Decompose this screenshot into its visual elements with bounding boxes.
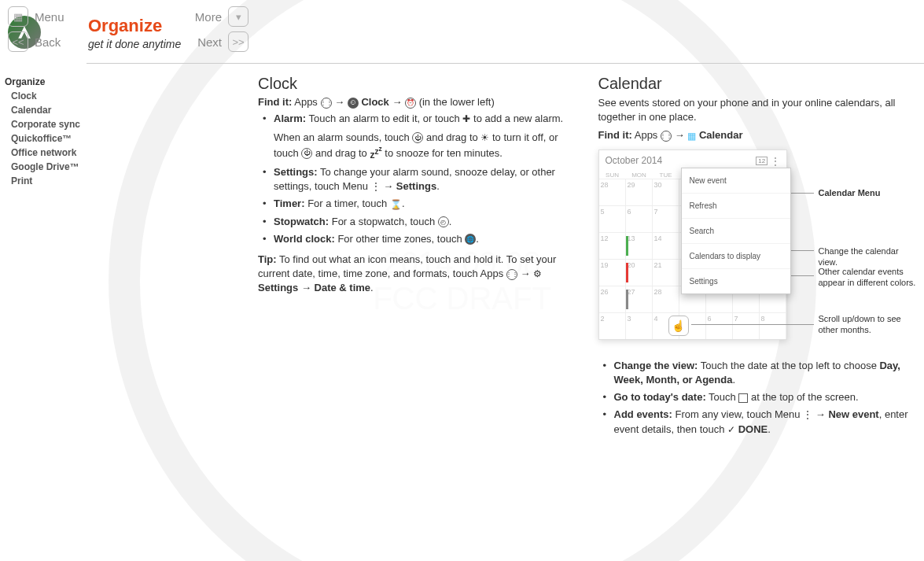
calendar-cell[interactable]: 27 bbox=[626, 286, 653, 312]
calendar-cell[interactable]: 28 bbox=[599, 179, 626, 205]
alarm-snooze-icon: ⏻ bbox=[301, 148, 312, 159]
check-icon: ✓ bbox=[727, 423, 735, 437]
today-icon-2 bbox=[738, 393, 748, 403]
menu-refresh[interactable]: Refresh bbox=[682, 194, 790, 219]
calendar-cell[interactable]: 2 bbox=[599, 312, 626, 339]
clock-bullet-timer: Timer: For a timer, touch ⌛. bbox=[266, 197, 570, 211]
touch-gesture-icon: ☝ bbox=[668, 316, 689, 336]
calendar-app-icon: ▦ bbox=[687, 131, 696, 142]
calendar-cell[interactable]: 21 bbox=[653, 259, 679, 286]
clock-app-icon: ⏲ bbox=[348, 98, 359, 109]
calendar-bullet-today: Go to today's date: Touch at the top of … bbox=[606, 390, 911, 404]
next-button[interactable]: Next >> bbox=[197, 31, 248, 52]
menu-dots-icon-2: ⋮ bbox=[803, 408, 812, 422]
calendar-heading: Calendar bbox=[598, 75, 911, 93]
calendar-cell[interactable]: 26 bbox=[599, 286, 626, 312]
calendar-cell[interactable]: 12 bbox=[599, 232, 626, 259]
header-divider bbox=[87, 63, 924, 64]
calendar-cell[interactable]: 8 bbox=[760, 312, 786, 339]
menu-button[interactable]: ▦ Menu bbox=[8, 6, 64, 27]
calendar-bullet-add-events: Add events: From any view, touch Menu ⋮ … bbox=[606, 408, 911, 436]
apps-icon-2: ⋮⋮ bbox=[506, 269, 517, 280]
sidebar-item-office-network[interactable]: Office network bbox=[5, 146, 87, 160]
menu-grid-icon: ▦ bbox=[8, 6, 28, 27]
clock-bullet-alarm: Alarm: Touch an alarm to edit it, or tou… bbox=[266, 112, 570, 163]
calendar-cell[interactable]: 3 bbox=[626, 312, 653, 339]
clock-tip: Tip: To find out what an icon means, tou… bbox=[258, 253, 570, 296]
callout-menu: Calendar Menu bbox=[819, 188, 881, 197]
menu-new-event[interactable]: New event bbox=[682, 168, 790, 194]
callout-scroll: Scroll up/down to see other months. bbox=[819, 313, 913, 336]
apps-icon-3: ⋮⋮ bbox=[661, 131, 672, 142]
clock-find-it: Find it: Apps ⋮⋮ → ⏲ Clock → ⏰ (in the l… bbox=[258, 96, 570, 109]
calendar-cell[interactable]: 29 bbox=[626, 179, 653, 205]
sidebar-item-clock[interactable]: Clock bbox=[5, 89, 87, 103]
more-button[interactable]: More ▾ bbox=[195, 6, 248, 27]
calendar-cell[interactable]: 7 bbox=[733, 312, 760, 339]
calendar-cell[interactable]: 6 bbox=[626, 205, 653, 232]
next-icon: >> bbox=[228, 31, 248, 52]
calendar-cell[interactable]: 6 bbox=[706, 312, 733, 339]
calendar-month-label[interactable]: October 2014 bbox=[606, 155, 663, 166]
menu-calendars-to-display[interactable]: Calendars to display bbox=[682, 244, 790, 269]
calendar-cell[interactable]: 7 bbox=[653, 205, 679, 232]
calendar-cell[interactable]: 20 bbox=[626, 259, 653, 286]
back-icon: << bbox=[8, 31, 28, 52]
clock-heading: Clock bbox=[258, 75, 570, 93]
settings-gear-icon: ⚙ bbox=[533, 268, 542, 281]
menu-dots-icon: ⋮ bbox=[371, 180, 381, 194]
calendar-cell[interactable]: 14 bbox=[653, 232, 679, 259]
stopwatch-icon: ◴ bbox=[438, 216, 449, 227]
alarm-icon: ⏰ bbox=[405, 98, 416, 109]
clock-bullet-stopwatch: Stopwatch: For a stopwatch, touch ◴. bbox=[266, 215, 570, 229]
clock-bullet-worldclock: World clock: For other time zones, touch… bbox=[266, 232, 570, 246]
overflow-menu-icon[interactable]: ⋮ bbox=[771, 156, 780, 167]
calendar-cell[interactable]: 30 bbox=[653, 179, 679, 205]
clock-bullet-settings: Settings: To change your alarm sound, sn… bbox=[266, 165, 570, 194]
sidebar-item-google-drive[interactable]: Google Drive™ bbox=[5, 160, 87, 174]
globe-icon: 🌐 bbox=[465, 234, 476, 245]
plus-icon: ✚ bbox=[462, 113, 470, 126]
calendar-day-label: TUE bbox=[653, 172, 679, 179]
calendar-cell[interactable]: 19 bbox=[599, 259, 626, 286]
calendar-context-menu: New event Refresh Search Calendars to di… bbox=[681, 168, 791, 294]
calendar-day-label: SUN bbox=[599, 172, 626, 179]
footer-nav: ▦ Menu More ▾ << Back Next >> bbox=[0, 2, 260, 52]
callout-colors: Other calendar events appear in differen… bbox=[819, 266, 925, 289]
calendar-screenshot: October 2014 12 ⋮ SUNMONTUEWEDTHUFRISAT … bbox=[598, 149, 787, 340]
calendar-cell[interactable]: 28 bbox=[653, 286, 679, 312]
callout-view: Change the calendar view. bbox=[819, 245, 911, 268]
sun-icon: ☀ bbox=[480, 131, 489, 145]
calendar-cell[interactable]: 5 bbox=[599, 205, 626, 232]
sidebar-item-calendar[interactable]: Calendar bbox=[5, 103, 87, 117]
hourglass-icon: ⌛ bbox=[390, 198, 402, 212]
back-button[interactable]: << Back bbox=[8, 31, 61, 52]
sidebar-item-organize[interactable]: Organize bbox=[5, 75, 87, 89]
calendar-intro: See events stored on your phone and in y… bbox=[598, 96, 911, 124]
menu-settings[interactable]: Settings bbox=[682, 269, 790, 293]
today-icon[interactable]: 12 bbox=[756, 157, 768, 165]
alarm-dismiss-icon: ⏻ bbox=[412, 132, 423, 143]
calendar-day-label: MON bbox=[626, 172, 653, 179]
calendar-bullet-change-view: Change the view: Touch the date at the t… bbox=[606, 359, 911, 387]
menu-search[interactable]: Search bbox=[682, 219, 790, 244]
sidebar-item-print[interactable]: Print bbox=[5, 174, 87, 188]
sidebar-item-quickoffice[interactable]: Quickoffice™ bbox=[5, 131, 87, 146]
apps-icon: ⋮⋮ bbox=[321, 98, 332, 109]
calendar-cell[interactable]: 13 bbox=[626, 232, 653, 259]
zzz-icon: zzz bbox=[370, 145, 381, 162]
more-dropdown-icon: ▾ bbox=[228, 6, 248, 27]
sidebar-item-corporate-sync[interactable]: Corporate sync bbox=[5, 117, 87, 131]
calendar-find-it: Find it: Apps ⋮⋮ → ▦ Calendar bbox=[598, 129, 911, 142]
